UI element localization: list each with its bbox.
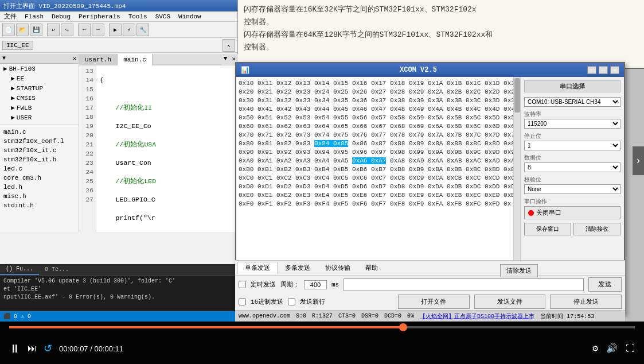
ide-window: 打开主界面 VID_20220509_175445.mp4 文件 Flash D… [0, 0, 238, 322]
total-time: 00:00:11 [94, 344, 123, 353]
chevron-right-btn[interactable]: › [633, 146, 644, 175]
toolbar-save[interactable]: 💾 [30, 24, 42, 36]
toolbar-new[interactable]: 📄 [2, 24, 15, 36]
clear-send-standalone-btn[interactable]: 清除发送 [500, 264, 538, 277]
tree-item-ee[interactable]: ▶ EE [0, 73, 79, 83]
hex-send-checkbox[interactable] [239, 298, 246, 305]
video-controls-bar: ⏸ ⏭ ↺ 00:00:07 / 00:00:11 ⚙ 🔊 ⛶ [0, 322, 644, 364]
stop-select[interactable]: 1 [524, 141, 620, 150]
xcom-tab-single[interactable]: 单条发送 [237, 262, 278, 274]
bottom-tab-fu[interactable]: () Fu... [0, 264, 39, 275]
scroll-thumb[interactable] [514, 78, 520, 113]
menu-svcs[interactable]: SVCS [154, 13, 172, 20]
port-section-label: 串口选择 [524, 80, 620, 92]
period-input[interactable] [304, 280, 327, 289]
stop-send-btn[interactable]: 停止发送 [550, 295, 622, 309]
ide-title-bar: 打开主界面 VID_20220509_175445.mp4 [0, 0, 237, 11]
menu-window[interactable]: Window [177, 13, 203, 20]
play-pause-icon: ⏸ [9, 342, 21, 355]
screen-capture: 闪存存储器容量在16K至32K字节之间的STM32F101xx、STM32F10… [0, 0, 644, 322]
current-time: 00:00:07 [59, 344, 88, 353]
newline-checkbox[interactable] [288, 298, 295, 305]
code-content[interactable]: { //初始化II I2C_EE_Co //初始化USA Usart_Con /… [96, 65, 238, 232]
step-forward-btn[interactable]: ⏭ [28, 343, 37, 354]
parity-row: 校验位 None [524, 176, 620, 194]
settings-icon[interactable]: ⚙ [592, 343, 598, 354]
toolbar-back[interactable]: ← [78, 24, 91, 36]
progress-bar[interactable] [9, 326, 635, 328]
menu-flash[interactable]: Flash [23, 13, 45, 20]
tree-item-fwlb[interactable]: ▶ FWLB [0, 103, 79, 113]
xcom-tab-multi[interactable]: 多条发送 [278, 262, 318, 274]
toolbar-build[interactable]: ▶ [109, 24, 122, 36]
toolbar-cursor[interactable]: ↖ [223, 39, 235, 52]
xcom-restore-btn[interactable]: □ [599, 66, 608, 74]
file-stdint[interactable]: stdint.h [0, 201, 79, 210]
hex-grid: 0x10 0x11 0x12 0x13 0x14 0x15 0x16 0x17 … [239, 79, 518, 208]
xcom-options-row: 16进制发送 发送新行 打开文件 发送文件 停止发送 [235, 293, 625, 310]
file-core-cm3[interactable]: core_cm3.h [0, 173, 79, 183]
editor-tabs: usart.h main.c ▼ ✕ [79, 54, 238, 65]
data-bits-row: 数据位 8 [524, 154, 620, 172]
file-led-h[interactable]: led.h [0, 183, 79, 192]
parity-select[interactable]: None [524, 184, 620, 194]
project-tree: ▼ ✕ ▶ BH-F103 ▶ EE ▶ STARTUP [0, 54, 79, 232]
tree-item-cmsis[interactable]: ▶ CMSIS [0, 93, 79, 103]
menu-debug[interactable]: Debug [50, 13, 72, 20]
iic-ee-label[interactable]: IIC_EE [2, 41, 33, 50]
toolbar-forward[interactable]: → [92, 24, 104, 36]
file-stm32-it-h[interactable]: stm32f10x_it.h [0, 155, 79, 164]
clear-receive-btn[interactable]: 清除接收 [573, 223, 620, 235]
data-select[interactable]: 8 [524, 162, 620, 172]
panel-header: ▼ ✕ [0, 54, 79, 64]
send-file-btn[interactable]: 发送文件 [474, 295, 546, 309]
menu-file[interactable]: 文件 [2, 12, 18, 21]
xcom-s0: S:0 [296, 313, 306, 319]
menu-tools[interactable]: Tools [127, 13, 149, 20]
tree-item-user[interactable]: ▶ USER [0, 113, 79, 122]
progress-thumb[interactable] [399, 323, 407, 331]
xcom-bottom-section: 单条发送 多条发送 协议传输 帮助 定时发送 周期： ms 发送 16进制发送 [235, 260, 625, 322]
save-window-btn[interactable]: 保存窗口 [524, 223, 571, 235]
file-stm32-it-c[interactable]: stm32f10x_it.c [0, 146, 79, 155]
open-file-btn[interactable]: 打开文件 [398, 295, 470, 309]
tab-main-c[interactable]: main.c [118, 54, 153, 65]
file-main-c[interactable]: main.c [0, 127, 79, 137]
tab-usart-h[interactable]: usart.h [79, 54, 118, 65]
xcom-tab-help[interactable]: 帮助 [358, 262, 385, 274]
xcom-promo-link[interactable]: 【火焰全网】正点原子DS100手持示波器上市 [420, 312, 534, 320]
xcom-title-buttons: ─ □ ✕ [587, 66, 619, 74]
close-port-btn[interactable]: 关闭串口 [524, 206, 620, 219]
loop-btn[interactable]: ↺ [44, 342, 52, 355]
toolbar-redo[interactable]: ↪ [61, 24, 73, 36]
baud-select[interactable]: 115200 [524, 119, 620, 129]
bottom-tab-te[interactable]: 0 Te... [39, 264, 75, 275]
tree-item-startup[interactable]: ▶ STARTUP [0, 83, 79, 93]
file-led-c[interactable]: led.c [0, 164, 79, 173]
tree-item-bhf103[interactable]: ▶ BH-F103 [0, 64, 79, 73]
tab-close[interactable]: ▼ [221, 54, 230, 65]
file-stm32-conf[interactable]: stm32f10x_conf.l [0, 137, 79, 146]
parity-label: 校验位 [524, 176, 620, 184]
xcom-close-btn[interactable]: ✕ [610, 66, 619, 74]
play-pause-btn[interactable]: ⏸ [9, 342, 21, 355]
clear-send-area: 清除发送 [500, 264, 538, 277]
port-select[interactable]: COM10: USB-SERIAL CH34 [524, 97, 620, 107]
send-btn[interactable]: 发送 [588, 277, 622, 292]
bottom-panel-header: () Fu... 0 Te... [0, 264, 238, 276]
toolbar-rebuild[interactable]: ⚡ [123, 24, 135, 36]
xcom-minimize-btn[interactable]: ─ [587, 66, 596, 74]
controls-row: ⏸ ⏭ ↺ 00:00:07 / 00:00:11 ⚙ 🔊 ⛶ [0, 333, 644, 364]
toolbar-debug[interactable]: 🔧 [136, 24, 149, 36]
menu-peripherals[interactable]: Peripherals [77, 13, 122, 20]
timer-checkbox[interactable] [239, 281, 246, 288]
ms-label: ms [331, 281, 339, 288]
ide-menu-bar: 文件 Flash Debug Peripherals Tools SVCS Wi… [0, 11, 237, 22]
file-misc-h[interactable]: misc.h [0, 192, 79, 201]
xcom-tab-protocol[interactable]: 协议传输 [318, 262, 358, 274]
volume-icon[interactable]: 🔊 [606, 343, 618, 354]
send-input-field[interactable] [344, 278, 584, 291]
toolbar-open[interactable]: 📂 [16, 24, 29, 36]
fullscreen-icon[interactable]: ⛶ [626, 343, 635, 354]
toolbar-undo[interactable]: ↩ [47, 24, 60, 36]
